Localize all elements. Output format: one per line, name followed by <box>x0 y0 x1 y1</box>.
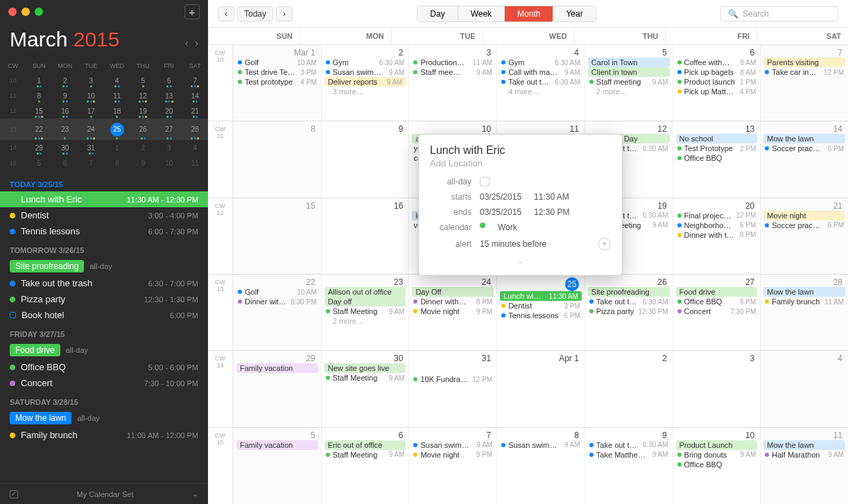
day-cell[interactable]: 28Mow the lawnFamily brunch11 AM <box>760 275 848 350</box>
starts-date[interactable]: 03/25/2015 <box>480 192 521 202</box>
view-day[interactable]: Day <box>417 6 458 21</box>
day-cell[interactable]: 23Allison out of officeDay offStaff Meet… <box>321 275 409 350</box>
prev-button[interactable]: ‹ <box>218 6 234 21</box>
event[interactable]: Day Off <box>412 287 494 297</box>
day-cell[interactable]: 21Movie nightSoccer prac…6 PM <box>760 198 848 274</box>
event[interactable]: Susan swim…9 AM <box>500 440 582 450</box>
event-popover[interactable]: Lunch with Eric Add Location all-day sta… <box>418 134 623 276</box>
agenda-item[interactable]: Family brunch11:00 AM - 12:00 PM <box>0 427 208 443</box>
event[interactable]: Take car in…12 PM <box>763 67 845 77</box>
alert-value[interactable]: 15 minutes before <box>480 239 546 249</box>
event[interactable]: Pizza party12:30 PM <box>588 306 670 316</box>
add-event-button[interactable]: + <box>184 4 200 19</box>
day-cell[interactable]: 14Mow the lawnSoccer prac…6 PM <box>760 121 848 197</box>
day-cell[interactable]: 8Susan swim…9 AM <box>496 428 585 504</box>
mini-calendar[interactable]: CWSUNMONTUEWEDTHUFRISAT10123456711891011… <box>0 58 208 171</box>
day-cell[interactable]: 26Site proofreadingTake out t…6:30 AMPiz… <box>585 275 673 350</box>
event[interactable]: Movie night9 PM <box>412 450 494 460</box>
agenda-item[interactable]: Dentist3:00 - 4:00 PM <box>0 207 208 223</box>
event[interactable]: Client in town <box>588 67 670 77</box>
prev-month[interactable]: ‹ <box>185 37 189 49</box>
event[interactable]: Gym6:30 AM <box>500 58 582 67</box>
event[interactable]: Movie night <box>763 211 845 220</box>
agenda-item[interactable]: Book hotel6:00 PM <box>0 307 208 323</box>
day-cell[interactable]: 6Coffee with…8 AMPick up bagels8 AMProdu… <box>673 45 761 121</box>
day-cell[interactable]: 3110K Fundra…12 PM <box>408 351 496 426</box>
event[interactable]: Concert7:30 PM <box>676 306 758 316</box>
day-cell[interactable]: 4 <box>760 351 848 426</box>
event[interactable]: Coffee with…8 AM <box>676 58 758 67</box>
event[interactable]: 10K Fundra…12 PM <box>412 374 494 384</box>
day-cell[interactable]: 4Gym6:30 AMCall with ma…9 AMTake out t…6… <box>496 45 585 121</box>
today-button[interactable]: Today <box>237 6 273 21</box>
day-cell[interactable]: 10Product LaunchBring donuts9 AMOffice B… <box>673 428 761 504</box>
day-cell[interactable]: 24Day OffDinner with…8 PMMovie night9 PM <box>408 275 496 350</box>
event[interactable]: Allison out of office <box>325 287 406 297</box>
event[interactable]: Test drive Te…3 PM <box>236 67 318 77</box>
day-cell[interactable]: 8 <box>233 121 321 197</box>
day-cell[interactable]: 25Lunch wi…11:30 AMDentist3 PMTennis les… <box>496 275 585 350</box>
day-cell[interactable]: 2 <box>585 351 673 426</box>
event[interactable]: Lunch wi…11:30 AM <box>500 291 582 301</box>
event[interactable]: Gym6:30 AM <box>325 58 406 67</box>
event[interactable]: Susan swim…9 AM <box>412 440 494 450</box>
view-week[interactable]: Week <box>458 6 505 21</box>
event[interactable]: Staff meeting9 AM <box>588 77 670 87</box>
agenda-item[interactable]: Lunch with Eric11:30 AM - 12:30 PM <box>0 191 208 207</box>
calendar-set-label[interactable]: My Calendar Set <box>77 490 134 498</box>
day-cell[interactable]: 3Production…11 AMStaff mee…9 AM <box>408 45 496 121</box>
event[interactable]: Staff Meeting9 AM <box>325 450 406 460</box>
agenda-item[interactable]: Office BBQ5:00 - 6:00 PM <box>0 359 208 375</box>
day-cell[interactable]: 15 <box>233 198 321 274</box>
day-cell[interactable]: 2Gym6:30 AMSusan swim…9 AMDeliver report… <box>321 45 409 121</box>
event[interactable]: Product Launch <box>676 440 758 450</box>
day-cell[interactable]: 5Family vacation <box>233 428 321 504</box>
day-cell[interactable]: 7Parents visitingTake car in…12 PM <box>760 45 848 121</box>
event[interactable]: Dinner with…8 PM <box>412 297 494 306</box>
agenda-item[interactable]: Food driveall-day <box>0 341 208 359</box>
event[interactable]: Neighborho…6 PM <box>676 220 758 230</box>
event[interactable]: Dentist3 PM <box>500 301 582 311</box>
zoom-window[interactable] <box>35 8 43 16</box>
event[interactable]: Food drive <box>676 287 758 297</box>
event[interactable]: Soccer prac…6 PM <box>763 220 845 230</box>
event[interactable]: Pick up bagels8 AM <box>676 67 758 77</box>
day-cell[interactable]: 11Mow the lawnHalf Marathon9 AM <box>760 428 848 504</box>
popover-title[interactable]: Lunch with Eric <box>430 144 611 157</box>
close-window[interactable] <box>8 8 17 16</box>
event[interactable]: Take out t…6:30 AM <box>588 297 670 306</box>
event[interactable]: Site proofreading <box>588 287 670 297</box>
day-cell[interactable]: 13No schoolTest Prototype2 PMOffice BBQ <box>673 121 761 197</box>
event[interactable]: Susan swim…9 AM <box>325 67 406 77</box>
event[interactable]: Product launch1 PM <box>676 77 758 87</box>
todo-toggle[interactable] <box>10 490 18 498</box>
event[interactable]: Golf10 AM <box>236 287 318 297</box>
agenda-list[interactable]: TODAY 3/25/15Lunch with Eric11:30 AM - 1… <box>0 171 208 483</box>
day-cell[interactable]: 27Food driveOffice BBQ5 PMConcert7:30 PM <box>673 275 761 350</box>
event[interactable]: Half Marathon9 AM <box>763 450 845 460</box>
day-cell[interactable]: 20Final projec…12 PMNeighborho…6 PMDinne… <box>673 198 761 274</box>
event[interactable]: Golf10 AM <box>236 58 318 67</box>
event[interactable]: Production…11 AM <box>412 58 494 67</box>
day-cell[interactable]: 9 <box>321 121 409 197</box>
day-cell[interactable]: 22Golf10 AMDinner wit…6:30 PM <box>233 275 321 350</box>
event[interactable]: Pick up Matt…4 PM <box>676 87 758 96</box>
event[interactable]: Soccer prac…6 PM <box>763 144 845 153</box>
ends-time[interactable]: 12:30 PM <box>534 207 569 217</box>
day-cell[interactable]: Apr 1 <box>496 351 585 426</box>
allday-checkbox[interactable] <box>480 177 490 186</box>
agenda-item[interactable]: Mow the lawnall-day <box>0 409 208 427</box>
event[interactable]: Bring donuts9 AM <box>676 450 758 460</box>
event[interactable]: Office BBQ5 PM <box>676 297 758 306</box>
event[interactable]: Test prototype4 PM <box>236 77 318 87</box>
day-cell[interactable]: 29Family vacation <box>233 351 321 426</box>
agenda-item[interactable]: Concert7:30 - 10:00 PM <box>0 375 208 391</box>
event[interactable]: Take Matthe…9 AM <box>588 450 670 460</box>
day-cell[interactable]: 16 <box>321 198 409 274</box>
event[interactable]: Tennis lessons6 PM <box>500 311 582 320</box>
event[interactable]: Dinner with t…8 PM <box>676 230 758 240</box>
day-cell[interactable]: 7Susan swim…9 AMMovie night9 PM <box>408 428 496 504</box>
event[interactable]: New site goes live <box>325 363 406 373</box>
event[interactable]: Family vacation <box>236 363 318 373</box>
event[interactable]: Family brunch11 AM <box>763 297 845 306</box>
